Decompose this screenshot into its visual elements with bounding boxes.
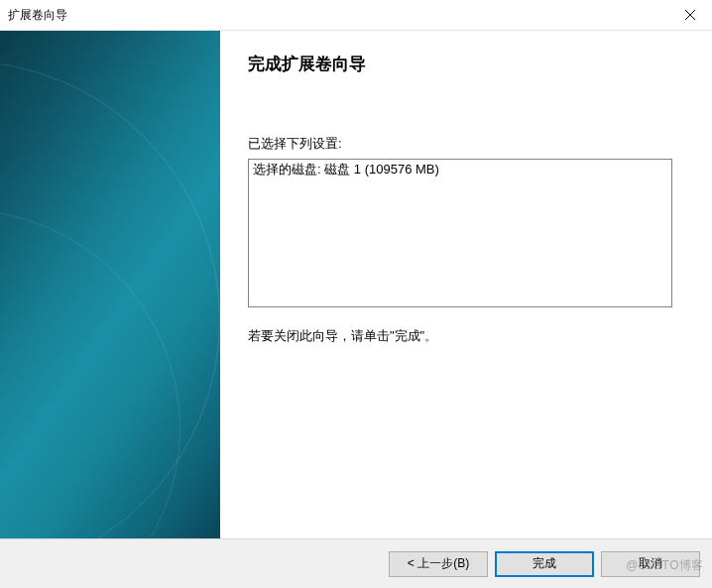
settings-label: 已选择下列设置: [248, 135, 672, 153]
close-icon [685, 10, 695, 20]
content-area: 完成扩展卷向导 已选择下列设置: 选择的磁盘: 磁盘 1 (109576 MB)… [0, 30, 712, 538]
window-title: 扩展卷向导 [8, 7, 67, 24]
titlebar: 扩展卷向导 [0, 0, 712, 30]
settings-listbox[interactable]: 选择的磁盘: 磁盘 1 (109576 MB) [248, 159, 672, 307]
back-button[interactable]: < 上一步(B) [389, 551, 488, 577]
list-item[interactable]: 选择的磁盘: 磁盘 1 (109576 MB) [249, 160, 671, 179]
hint-text: 若要关闭此向导，请单击"完成"。 [248, 327, 672, 345]
cancel-button[interactable]: 取消 [601, 551, 700, 577]
wizard-main-panel: 完成扩展卷向导 已选择下列设置: 选择的磁盘: 磁盘 1 (109576 MB)… [220, 31, 712, 538]
page-heading: 完成扩展卷向导 [248, 53, 672, 75]
wizard-side-graphic [0, 31, 220, 538]
close-button[interactable] [667, 0, 712, 30]
finish-button[interactable]: 完成 [495, 551, 594, 577]
button-bar: < 上一步(B) 完成 取消 [0, 538, 712, 588]
